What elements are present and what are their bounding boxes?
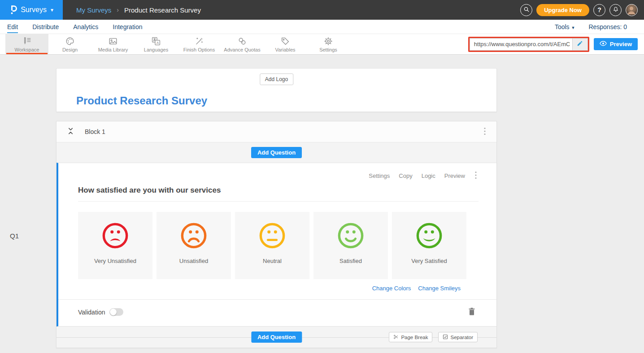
image-icon — [108, 36, 118, 46]
add-logo-button[interactable]: Add Logo — [260, 73, 293, 85]
breadcrumb-separator-icon: › — [117, 6, 119, 13]
block-title: Block 1 — [85, 128, 105, 135]
smiley-option-satisfied[interactable]: Satisfied — [313, 212, 388, 279]
palette-icon — [65, 36, 75, 46]
wand-icon — [194, 36, 204, 46]
very-satisfied-smiley-icon — [415, 222, 443, 250]
question-card: Settings Copy Logic Preview How satisfie… — [57, 163, 496, 327]
tag-icon — [280, 36, 290, 46]
add-question-strip-top: Add Question — [57, 142, 496, 163]
change-colors-link[interactable]: Change Colors — [372, 285, 411, 292]
toolbar-item-finish-options[interactable]: Finish Options — [178, 34, 221, 54]
gear-icon — [323, 36, 333, 46]
header-actions: Upgrade Now ? — [520, 4, 644, 16]
bell-icon — [613, 6, 619, 14]
subnav-tabs: Edit Distribute Analytics Integration — [7, 21, 142, 33]
chain-links-icon — [237, 36, 247, 46]
questionpro-logo-icon — [9, 5, 17, 15]
block-container: Block 1 Add Question Settings Copy Logic… — [56, 121, 497, 348]
product-label: Surveys — [21, 6, 47, 14]
smiley-option-unsatisfied[interactable]: Unsatisfied — [157, 212, 231, 279]
smiley-options: Very Unsatisfied Unsatisfied Neutral — [78, 212, 496, 279]
question-settings-link[interactable]: Settings — [369, 172, 390, 179]
toolbar-item-design[interactable]: Design — [48, 34, 91, 54]
chevron-down-icon: ▼ — [571, 26, 575, 30]
checkbox-check-icon — [443, 334, 448, 340]
tab-analytics[interactable]: Analytics — [73, 21, 98, 33]
add-question-button-top[interactable]: Add Question — [251, 147, 302, 158]
tab-edit[interactable]: Edit — [7, 21, 18, 33]
question-preview-link[interactable]: Preview — [444, 172, 465, 179]
kebab-icon — [484, 127, 486, 137]
user-avatar[interactable] — [626, 4, 638, 16]
chevron-down-icon: ▼ — [50, 8, 54, 13]
question-menu-button[interactable] — [474, 170, 478, 181]
smiley-option-neutral[interactable]: Neutral — [235, 212, 309, 279]
validation-label: Validation — [78, 309, 105, 316]
add-question-button-bottom[interactable]: Add Question — [251, 331, 302, 343]
notifications-button[interactable] — [609, 4, 622, 16]
unsatisfied-smiley-icon — [180, 222, 208, 250]
breadcrumb: My Surveys › Product Research Survey — [63, 6, 201, 14]
page-break-button[interactable]: Page Break — [389, 332, 432, 342]
translate-icon: A — [151, 36, 161, 46]
preview-button[interactable]: Preview — [594, 38, 638, 50]
eye-icon — [600, 41, 607, 47]
smiley-option-very-unsatisfied[interactable]: Very Unsatisfied — [78, 212, 152, 279]
question-title-row: How satisfied are you with our services — [78, 186, 479, 202]
toolbar-item-workspace[interactable]: Workspace — [5, 34, 48, 54]
toolbar-item-languages[interactable]: A Languages — [135, 34, 178, 54]
tab-integration[interactable]: Integration — [113, 21, 142, 33]
top-header: Surveys ▼ My Surveys › Product Research … — [0, 0, 644, 20]
validation-toggle[interactable] — [109, 308, 123, 316]
separator-button[interactable]: Separator — [438, 332, 478, 342]
breadcrumb-my-surveys[interactable]: My Surveys — [76, 6, 111, 14]
search-button[interactable] — [520, 4, 532, 16]
tab-distribute[interactable]: Distribute — [32, 21, 59, 33]
svg-text:A: A — [157, 41, 159, 45]
responses-count[interactable]: Responses: 0 — [588, 23, 627, 30]
edit-url-button[interactable] — [572, 39, 587, 50]
question-number-label: Q1 — [10, 232, 19, 240]
neutral-smiley-icon — [258, 222, 286, 250]
block-footer: Add Question Page Break Separator — [57, 327, 496, 348]
toolbar-item-advance-quotas[interactable]: Advance Quotas — [221, 34, 264, 54]
survey-subnav: Edit Distribute Analytics Integration To… — [0, 20, 644, 34]
survey-header-card: Add Logo Product Research Survey — [56, 68, 497, 112]
pencil-icon — [577, 40, 583, 48]
kebab-icon — [475, 171, 477, 181]
change-links: Change Colors Change Smileys — [58, 285, 461, 292]
toolbar-item-media-library[interactable]: Media Library — [91, 34, 135, 54]
survey-url-input[interactable] — [470, 39, 572, 50]
workspace-icon — [22, 36, 32, 46]
question-menu: Settings Copy Logic Preview — [58, 163, 496, 181]
help-button[interactable]: ? — [593, 4, 605, 16]
editor-toolbar: Workspace Design Media Library A Languag… — [0, 34, 644, 55]
validation-row: Validation — [58, 300, 496, 324]
upgrade-now-button[interactable]: Upgrade Now — [536, 4, 589, 16]
toolbar-item-variables[interactable]: Variables — [264, 34, 307, 54]
question-copy-link[interactable]: Copy — [399, 172, 412, 179]
change-smileys-link[interactable]: Change Smileys — [418, 285, 461, 292]
block-menu-button[interactable] — [483, 126, 487, 138]
surveys-menu[interactable]: Surveys ▼ — [0, 0, 63, 20]
scissors-icon — [393, 334, 399, 340]
collapse-icon — [67, 127, 74, 136]
satisfied-smiley-icon — [337, 222, 365, 250]
url-annotation-highlight — [468, 37, 589, 52]
survey-title[interactable]: Product Research Survey — [76, 95, 207, 107]
search-icon — [523, 6, 530, 14]
delete-question-button[interactable] — [468, 307, 476, 318]
breadcrumb-current: Product Research Survey — [124, 6, 201, 14]
very-unsatisfied-smiley-icon — [101, 222, 129, 250]
collapse-block-button[interactable] — [67, 127, 74, 136]
question-title[interactable]: How satisfied are you with our services — [78, 186, 221, 194]
toolbar-item-settings[interactable]: Settings — [307, 34, 350, 54]
trash-icon — [469, 310, 475, 317]
question-logic-link[interactable]: Logic — [422, 172, 435, 179]
workspace-canvas: Q1 Add Logo Product Research Survey Bloc… — [0, 55, 644, 353]
smiley-option-very-satisfied[interactable]: Very Satisfied — [392, 212, 466, 279]
block-header: Block 1 — [57, 121, 496, 142]
tools-dropdown[interactable]: Tools ▼ — [555, 23, 575, 30]
